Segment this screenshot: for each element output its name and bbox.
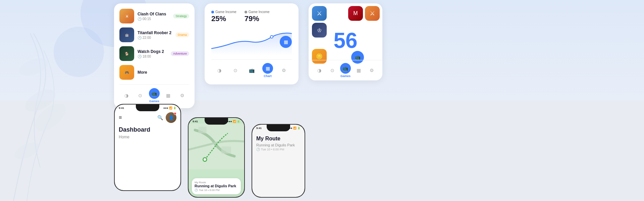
clock-icon-route: 🕐 xyxy=(195,189,198,192)
chart-bar-icon: ▦ xyxy=(262,63,273,74)
phone-1: 9:41 ●●● 📶 🔋 ≡ 🔍 👤 Dashboard Home xyxy=(114,104,181,191)
game-time-watchdogs: 🕐 18:00 xyxy=(138,55,167,58)
stat-value-1: 25% xyxy=(211,14,236,23)
games-nav-label: Games xyxy=(149,99,159,103)
phone-2-notch xyxy=(205,118,228,125)
phones-container: 9:41 ●●● 📶 🔋 ≡ 🔍 👤 Dashboard Home xyxy=(114,104,644,198)
floating-icon-clash: ⚔ xyxy=(365,6,380,21)
phone-3-subtitle: Running at Digulis Park xyxy=(256,143,301,147)
svg-point-4 xyxy=(270,36,273,38)
settings-icon: ⚙ xyxy=(177,90,187,101)
count-chart-icon: ▦ xyxy=(353,65,364,76)
chart-check-icon: ⊙ xyxy=(230,65,241,76)
chart-settings-icon: ⚙ xyxy=(278,65,289,76)
count-games-label: Games xyxy=(340,74,351,78)
clash-thumb-inner: ⚔ xyxy=(119,9,134,23)
hamburger-icon[interactable]: ≡ xyxy=(119,115,122,121)
route-time: 🕐 Tue 10 • 6:00 PM xyxy=(195,189,238,192)
phone-1-content: ≡ 🔍 👤 Dashboard Home xyxy=(115,110,180,141)
chart-icon: ▦ xyxy=(163,90,174,101)
game-info-watchdogs: Watch Dogs 2 🕐 18:00 xyxy=(138,49,167,58)
chart-card: Game Income 25% Game Income 79% xyxy=(205,3,299,84)
route-card[interactable]: My Route Running at Digulis Park 🕐 Tue 1… xyxy=(192,178,241,194)
map-area xyxy=(189,123,244,170)
phone-1-right-icons: 🔍 👤 xyxy=(157,112,176,123)
phone-2: 9:41 ●●● 📶 🔋 xyxy=(188,117,245,198)
route-title: Running at Digulis Park xyxy=(195,184,238,188)
clock-icon-3: 🕐 xyxy=(256,148,260,151)
search-icon[interactable]: 🔍 xyxy=(157,115,163,120)
game-badge-titanfall: Drama xyxy=(175,32,189,37)
game-time-clash: 🕐 00:15 xyxy=(138,17,170,21)
phone-3-notch xyxy=(267,125,290,131)
game-info-clash: Clash Of Clans 🕐 00:15 xyxy=(138,12,170,21)
phone-1-screen: 9:41 ●●● 📶 🔋 ≡ 🔍 👤 Dashboard Home xyxy=(115,105,180,190)
activity-icon: ◑ xyxy=(121,90,132,101)
svg-rect-7 xyxy=(221,146,231,153)
game-item-watchdogs[interactable]: 🐕 Watch Dogs 2 🕐 18:00 Adventure xyxy=(119,46,189,61)
count-activity-icon: ◑ xyxy=(314,65,325,76)
game-title-more: More xyxy=(138,70,189,75)
count-nav-check[interactable]: ⊙ xyxy=(327,65,338,76)
user-avatar[interactable]: 👤 xyxy=(166,112,176,123)
stat-item-1: Game Income 25% xyxy=(211,10,236,23)
more-thumb-inner: 🎮 xyxy=(119,65,134,80)
chart-nav-activity[interactable]: ◑ xyxy=(214,65,225,76)
phone-3-content: My Route Running at Digulis Park 🕐 Tue 1… xyxy=(252,133,305,154)
phone-2-signal: ●●● 📶 🔋 xyxy=(227,120,240,123)
count-nav-chart[interactable]: ▦ xyxy=(353,65,364,76)
chart-tv-icon: 📺 xyxy=(246,65,257,76)
left-decoration xyxy=(0,0,107,201)
chart-nav-check[interactable]: ⊙ xyxy=(230,65,241,76)
phone-3-screen: 9:41 ●●● 📶 🔋 My Route Running at Digulis… xyxy=(252,125,305,197)
stat-label-2: Game Income xyxy=(245,10,270,14)
chart-card-nav: ◑ ⊙ 📺 ▦ Chart ⚙ xyxy=(211,59,292,78)
titanfall-thumb-inner: 🤖 xyxy=(119,27,134,42)
chart-stats: Game Income 25% Game Income 79% xyxy=(211,10,292,23)
phone-1-signal: ●●● 📶 🔋 xyxy=(163,107,176,110)
count-check-icon: ⊙ xyxy=(327,65,338,76)
games-icon: 📺 xyxy=(149,88,160,99)
phone-3-time-label: 🕐 Tue 10 • 6:00 PM xyxy=(256,148,301,151)
count-settings-icon: ⚙ xyxy=(366,65,377,76)
clock-icon-titanfall: 🕐 xyxy=(138,36,142,40)
game-list-card: ⚔ Clash Of Clans 🕐 00:15 Strategy 🤖 Tita… xyxy=(114,3,195,108)
chart-action-button[interactable]: ▦ xyxy=(280,36,292,48)
floating-icon-got: ♔ xyxy=(312,23,327,38)
stat-label-1: Game Income xyxy=(211,10,236,14)
count-nav-settings[interactable]: ⚙ xyxy=(366,65,377,76)
phone-2-time: 9:41 xyxy=(193,120,198,123)
game-item-clash[interactable]: ⚔ Clash Of Clans 🕐 00:15 Strategy xyxy=(119,9,189,23)
game-item-titanfall[interactable]: 🤖 Titanfall Roober 2 🕐 22:00 Drama xyxy=(119,27,189,42)
phone-1-notch xyxy=(136,105,159,111)
nav-item-settings[interactable]: ⚙ xyxy=(177,90,187,101)
floating-icon-marvel: M xyxy=(348,6,363,21)
game-badge-watchdogs: Adventure xyxy=(171,51,189,56)
chart-activity-icon: ◑ xyxy=(214,65,225,76)
chart-nav-tv[interactable]: 📺 xyxy=(246,65,257,76)
count-nav-games-active[interactable]: 📺 Games xyxy=(340,63,351,78)
nav-item-games-active[interactable]: 📺 Games xyxy=(149,88,160,103)
game-time-titanfall: 🕐 22:00 xyxy=(138,36,172,40)
game-title-watchdogs: Watch Dogs 2 xyxy=(138,49,167,54)
game-thumb-more: 🎮 xyxy=(119,65,134,80)
game-title-titanfall: Titanfall Roober 2 xyxy=(138,30,172,35)
count-nav-activity[interactable]: ◑ xyxy=(314,65,325,76)
phone-1-subtitle: Home xyxy=(119,135,176,139)
chart-nav-chart-active[interactable]: ▦ Chart xyxy=(262,63,273,78)
nav-item-activity[interactable]: ◑ xyxy=(121,90,132,101)
game-info-more: More xyxy=(138,70,189,75)
games-count-card: ⚔ ⚔ M ♔ 🪙 📺 56 ◑ ⊙ 📺 Games ▦ ⚙ xyxy=(309,3,382,80)
nav-item-check[interactable]: ⊙ xyxy=(135,90,146,101)
game-list-card-nav: ◑ ⊙ 📺 Games ▦ ⚙ xyxy=(119,84,189,103)
games-count-number-container: 56 xyxy=(333,26,357,55)
clock-icon-watchdogs: 🕐 xyxy=(138,55,142,58)
check-icon: ⊙ xyxy=(135,90,146,101)
phone-3-time: 9:41 xyxy=(256,127,262,130)
nav-item-chart[interactable]: ▦ xyxy=(163,90,174,101)
phone-1-header: ≡ 🔍 👤 xyxy=(119,112,176,123)
phone-1-time: 9:41 xyxy=(119,107,124,110)
phone-2-screen: 9:41 ●●● 📶 🔋 xyxy=(189,118,244,197)
game-item-more[interactable]: 🎮 More xyxy=(119,65,189,80)
chart-nav-settings[interactable]: ⚙ xyxy=(278,65,289,76)
